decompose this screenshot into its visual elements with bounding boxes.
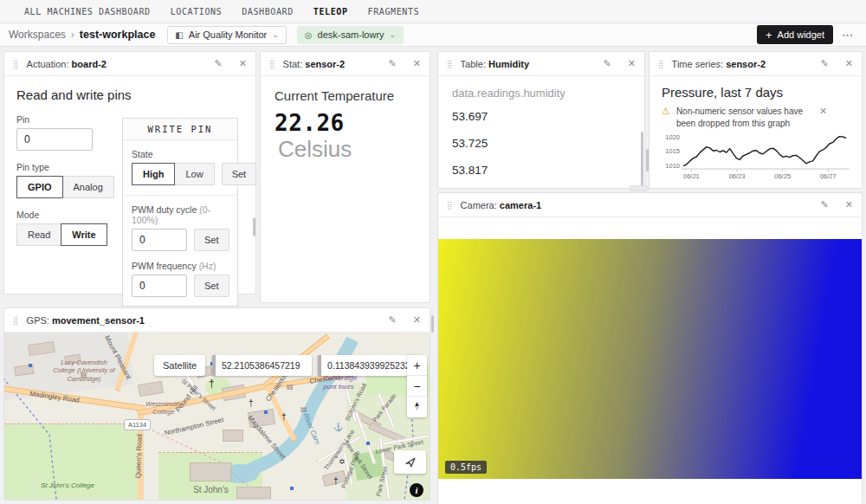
- timeseries-widget: ⣿ Time series: sensor-2 ✎ ✕ Pressure, la…: [649, 51, 863, 189]
- machine-select[interactable]: ◎ desk-sam-lowry ⌄: [297, 26, 404, 44]
- nav-all-machines-dashboard[interactable]: ALL MACHINES DASHBOARD: [24, 7, 151, 16]
- pwm-freq-input[interactable]: [132, 275, 187, 297]
- drag-handle-icon[interactable]: ⣿: [13, 60, 19, 68]
- timeseries-chart: 10101015102006/2106/2306/2506/27: [662, 131, 851, 180]
- synagogue-icon: ✡: [339, 457, 346, 466]
- state-high-button[interactable]: High: [132, 163, 175, 185]
- timeseries-widget-header: ⣿ Time series: sensor-2 ✎ ✕: [650, 52, 862, 76]
- edit-icon[interactable]: ✎: [389, 314, 397, 326]
- svg-text:1020: 1020: [665, 133, 680, 141]
- edit-icon[interactable]: ✎: [604, 58, 611, 69]
- poi-label: Westminster College: [136, 400, 191, 417]
- drag-handle-icon[interactable]: ⣿: [13, 316, 19, 325]
- library-icon: ▤: [301, 405, 307, 413]
- stat-label: Current Temperature: [275, 88, 416, 103]
- latitude-input[interactable]: [212, 355, 312, 376]
- pin-type-analog-button[interactable]: Analog: [62, 176, 114, 198]
- svg-text:1010: 1010: [665, 162, 680, 170]
- write-pin-header: WRITE PIN: [123, 119, 237, 140]
- timeseries-warning: ⚠ Non-numeric sensor values have been dr…: [662, 106, 850, 129]
- map-info-button[interactable]: i: [410, 483, 423, 497]
- breadcrumb-workspaces[interactable]: Workspaces: [9, 29, 66, 41]
- camera-fps-badge: 0.5fps: [445, 461, 487, 474]
- nav-teleop[interactable]: TELEOP: [313, 7, 348, 16]
- drag-handle-icon[interactable]: ⣿: [447, 201, 453, 210]
- pwm-freq-label: PWM frequency (Hz): [132, 261, 229, 271]
- pwm-duty-set-button[interactable]: Set: [194, 229, 229, 251]
- locate-button[interactable]: [394, 450, 426, 474]
- drag-handle-icon[interactable]: ⣿: [269, 60, 275, 68]
- pwm-duty-label: PWM duty cycle (0-100%): [132, 204, 229, 225]
- stat-widget-header: ⣿ Stat: sensor-2 ✎ ✕: [261, 52, 430, 76]
- zoom-out-button[interactable]: −: [407, 376, 427, 397]
- camera-widget-header: ⣿ Camera: camera-1 ✎ ✕: [438, 193, 862, 217]
- church-icon: †: [333, 476, 339, 486]
- table-row: 53.725: [452, 137, 630, 164]
- church-icon: †: [281, 412, 287, 422]
- drag-handle-icon[interactable]: ⣿: [658, 60, 664, 68]
- map-zoom-control: + − ▲ ▼: [407, 355, 427, 417]
- workspace-icon: ◧: [175, 30, 183, 40]
- column-scrollbar[interactable]: [646, 149, 649, 171]
- edit-icon[interactable]: ✎: [389, 58, 397, 69]
- edit-icon[interactable]: ✎: [821, 58, 829, 69]
- close-icon[interactable]: ✕: [413, 314, 421, 326]
- timeseries-body: Pressure, last 7 days ⚠ Non-numeric sens…: [650, 76, 862, 189]
- table-scrollbar[interactable]: [641, 132, 643, 187]
- gps-map[interactable]: † † † † † ▤ ▤ ▤ ⚓ ✡ A1134 Madingley Road: [4, 333, 430, 500]
- widget-title: Table: Humidity: [461, 59, 587, 69]
- add-widget-button[interactable]: + Add widget: [757, 25, 833, 44]
- nav-dashboard[interactable]: DASHBOARD: [242, 7, 294, 16]
- longitude-input[interactable]: [318, 355, 422, 376]
- stat-body: Current Temperature 22.26 Celsius: [261, 76, 430, 175]
- gps-widget: ⣿ GPS: movement_sensor-1 ✎ ✕: [3, 307, 430, 501]
- workspace-select[interactable]: ◧ Air Quality Monitor ⌄: [167, 26, 286, 44]
- close-icon[interactable]: ✕: [239, 58, 247, 69]
- mode-write-button[interactable]: Write: [61, 223, 107, 246]
- nav-locations[interactable]: LOCATIONS: [171, 7, 223, 16]
- camera-widget: ⣿ Camera: camera-1 ✎ ✕ 0.5fps: [437, 192, 863, 504]
- close-icon[interactable]: ✕: [413, 58, 421, 69]
- pin-input[interactable]: [16, 128, 93, 151]
- table-widget-header: ⣿ Table: Humidity ✎ ✕: [438, 52, 644, 76]
- state-set-button[interactable]: Set: [222, 163, 257, 185]
- pwm-duty-input[interactable]: [132, 229, 187, 251]
- drag-handle-icon[interactable]: ⣿: [447, 60, 453, 68]
- stat-value: 22.26: [275, 110, 345, 136]
- write-pin-panel: WRITE PIN State High Low Set PWM duty cy…: [122, 118, 238, 307]
- state-low-button[interactable]: Low: [174, 163, 214, 185]
- actuation-scrollbar[interactable]: [253, 217, 255, 236]
- resize-handle[interactable]: [630, 185, 649, 191]
- table-column-header: data.readings.humidity: [452, 87, 630, 100]
- svg-text:06/21: 06/21: [683, 172, 700, 180]
- edit-icon[interactable]: ✎: [821, 199, 829, 210]
- anchor-icon: ⚓: [333, 423, 343, 431]
- warning-icon: ⚠: [662, 106, 670, 117]
- workspace-select-label: Air Quality Monitor: [189, 29, 267, 40]
- pwm-freq-set-button[interactable]: Set: [194, 275, 229, 297]
- column-scrollbar[interactable]: [431, 315, 434, 333]
- widget-title: Actuation: board-2: [27, 59, 198, 69]
- pin-type-gpio-button[interactable]: GPIO: [16, 176, 63, 198]
- breadcrumb: Workspaces › test-workplace: [9, 29, 155, 41]
- satellite-toggle-button[interactable]: Satellite: [154, 355, 205, 376]
- svg-text:06/25: 06/25: [774, 172, 791, 180]
- widget-title: GPS: movement_sensor-1: [27, 315, 372, 326]
- warning-message: Non-numeric sensor values have been drop…: [676, 106, 813, 129]
- mode-read-button[interactable]: Read: [16, 223, 61, 246]
- pin-type-label: Pin type: [16, 162, 113, 172]
- table-row: 53.697: [452, 110, 630, 137]
- close-icon[interactable]: ✕: [845, 58, 853, 69]
- library-icon: ▤: [287, 383, 294, 391]
- close-icon[interactable]: ✕: [628, 58, 636, 69]
- actuation-widget: ⣿ Actuation: board-2 ✎ ✕ Read and write …: [3, 51, 256, 294]
- compass-reset-button[interactable]: ▲ ▼: [407, 397, 427, 417]
- zoom-in-button[interactable]: +: [407, 355, 427, 376]
- nav-fragments[interactable]: FRAGMENTS: [368, 7, 420, 16]
- stat-unit: Celsius: [278, 136, 352, 162]
- warning-close-icon[interactable]: ✕: [819, 106, 827, 117]
- actuation-widget-header: ⣿ Actuation: board-2 ✎ ✕: [4, 52, 255, 76]
- more-options-icon[interactable]: ⋯: [842, 29, 854, 42]
- close-icon[interactable]: ✕: [845, 199, 853, 210]
- edit-icon[interactable]: ✎: [215, 58, 223, 69]
